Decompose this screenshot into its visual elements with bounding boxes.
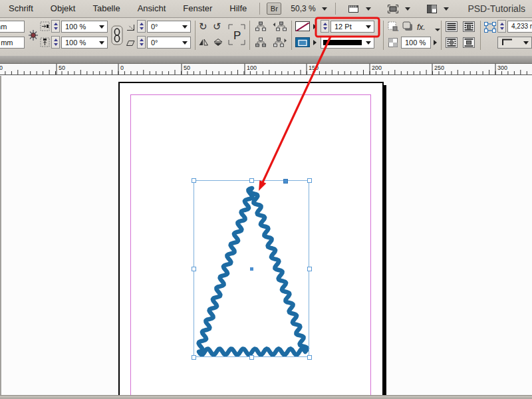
panel-divider bbox=[249, 21, 250, 50]
rotation-stepper[interactable] bbox=[137, 20, 146, 33]
selection-handle[interactable] bbox=[249, 355, 254, 360]
horizontal-ruler[interactable]: 050050100150200250300 bbox=[0, 64, 532, 75]
selection-handle[interactable] bbox=[307, 267, 312, 271]
svg-text:,: , bbox=[397, 25, 399, 32]
screen-mode-button[interactable] bbox=[387, 4, 410, 14]
stroke-swatch-blue[interactable] bbox=[295, 37, 310, 47]
selection-handle[interactable] bbox=[192, 355, 196, 360]
bridge-button[interactable]: Br bbox=[267, 3, 281, 15]
height-field[interactable]: 7 mm bbox=[0, 37, 25, 49]
menubar-divider bbox=[335, 3, 336, 15]
selection-handle[interactable] bbox=[249, 178, 254, 183]
menu-fenster[interactable]: Fenster bbox=[174, 0, 221, 17]
wrap-bounding-box-icon[interactable] bbox=[463, 21, 475, 32]
zoom-level-value: 50,3 % bbox=[291, 4, 315, 13]
stroke-weight-field[interactable]: 12 Pt bbox=[331, 21, 374, 33]
rotate-90-cw-icon[interactable]: ↻ bbox=[199, 21, 207, 33]
selection-handle[interactable] bbox=[192, 267, 196, 271]
opacity-options-arrow[interactable] bbox=[434, 40, 437, 45]
flip-horizontal-icon[interactable] bbox=[198, 38, 209, 47]
svg-text:0: 0 bbox=[0, 65, 3, 71]
corner-radius-stepper[interactable] bbox=[497, 20, 506, 33]
shear-angle-field[interactable]: 0° bbox=[147, 37, 191, 49]
menu-bar: Schrift Objekt Tabelle Ansicht Fenster H… bbox=[0, 0, 532, 18]
indesign-window: Schrift Objekt Tabelle Ansicht Fenster H… bbox=[0, 0, 532, 399]
rotate-90-ccw-icon[interactable]: ↺ bbox=[213, 21, 221, 33]
select-next-object-icon[interactable] bbox=[272, 37, 287, 47]
fill-swatch-none[interactable] bbox=[295, 21, 310, 31]
select-content-icon[interactable] bbox=[255, 37, 267, 47]
corner-radius-field[interactable]: 4,233 mm bbox=[507, 21, 532, 33]
jump-object-icon[interactable] bbox=[463, 37, 475, 48]
width-field[interactable]: mm bbox=[0, 21, 25, 33]
selected-anchor-point[interactable] bbox=[283, 179, 288, 184]
stroke-weight-stepper[interactable] bbox=[321, 20, 329, 33]
bottom-scroll-strip[interactable] bbox=[0, 395, 532, 399]
menubar-divider bbox=[259, 3, 260, 15]
shear-stepper[interactable] bbox=[137, 36, 146, 49]
corner-radius-value: 4,233 mm bbox=[511, 23, 532, 30]
scale-x-field[interactable]: 100 % bbox=[61, 21, 108, 33]
chevron-down-icon bbox=[366, 41, 371, 45]
fill-options-arrow[interactable] bbox=[313, 24, 317, 29]
drop-shadow-icon[interactable] bbox=[402, 21, 414, 32]
height-value: 7 mm bbox=[0, 39, 13, 47]
arrange-documents-button[interactable] bbox=[426, 4, 449, 14]
view-options-button[interactable] bbox=[348, 4, 371, 14]
select-container-icon[interactable] bbox=[255, 21, 267, 31]
chevron-down-icon bbox=[99, 41, 104, 45]
panel-divider bbox=[480, 21, 481, 50]
svg-text:50: 50 bbox=[184, 65, 190, 71]
solid-stroke-preview bbox=[323, 37, 363, 48]
rotation-angle-field[interactable]: 0° bbox=[147, 21, 191, 33]
scale-x-stepper[interactable] bbox=[51, 20, 60, 33]
stroke-type-dropdown[interactable] bbox=[321, 37, 374, 49]
scale-y-value: 100 % bbox=[65, 39, 86, 47]
selection-center-point[interactable] bbox=[250, 267, 253, 271]
menu-tabelle[interactable]: Tabelle bbox=[84, 0, 128, 17]
view-options-icon bbox=[348, 4, 360, 14]
wrap-object-shape-icon[interactable] bbox=[446, 37, 458, 48]
chevron-down-icon bbox=[182, 25, 188, 29]
brand-label: PSD-Tutorials bbox=[467, 3, 525, 14]
scale-y-stepper[interactable] bbox=[51, 36, 60, 49]
ruler-ticks: 050050100150200250300 bbox=[0, 64, 532, 74]
chevron-down-icon bbox=[444, 7, 449, 11]
effects-fx-button[interactable]: fx. bbox=[417, 23, 426, 32]
object-style-icon[interactable]: , bbox=[388, 21, 400, 32]
width-value: mm bbox=[0, 23, 7, 31]
none-diagonal-icon bbox=[296, 23, 309, 31]
zoom-level-dropdown[interactable]: 50,3 % bbox=[291, 4, 327, 13]
rotate-container-p-icon: P bbox=[228, 24, 245, 45]
corner-shape-dropdown[interactable] bbox=[497, 37, 532, 49]
link-scale-icon[interactable] bbox=[111, 25, 123, 45]
no-text-wrap-icon[interactable] bbox=[446, 21, 458, 32]
selection-handle[interactable] bbox=[192, 178, 196, 183]
scale-x-icon bbox=[40, 21, 50, 31]
selection-handle[interactable] bbox=[307, 355, 312, 360]
document-canvas[interactable] bbox=[0, 76, 532, 395]
frame-corner-icon bbox=[484, 22, 496, 33]
selection-handle[interactable] bbox=[307, 178, 312, 183]
select-prev-object-icon[interactable] bbox=[272, 21, 287, 31]
stroke-options-arrow[interactable] bbox=[313, 40, 317, 45]
menu-schrift[interactable]: Schrift bbox=[0, 0, 42, 17]
control-panel: mm 7 mm 100 % 100 % bbox=[0, 18, 532, 56]
opacity-field[interactable]: 100 % bbox=[401, 37, 431, 49]
menu-ansicht[interactable]: Ansicht bbox=[129, 0, 175, 17]
shear-value: 0° bbox=[151, 39, 158, 47]
svg-text:P: P bbox=[233, 29, 241, 42]
constrain-dimensions-icon[interactable] bbox=[28, 29, 39, 41]
menu-hilfe[interactable]: Hilfe bbox=[221, 0, 255, 17]
stroke-swatch-inner bbox=[296, 39, 309, 47]
screen-mode-icon bbox=[387, 4, 399, 14]
stroke-weight-value: 12 Pt bbox=[334, 23, 352, 31]
svg-text:150: 150 bbox=[309, 65, 319, 71]
menu-objekt[interactable]: Objekt bbox=[42, 0, 84, 17]
scale-x-value: 100 % bbox=[65, 23, 86, 31]
panel-divider bbox=[195, 21, 196, 50]
chevron-down-icon bbox=[523, 41, 529, 45]
scale-y-field[interactable]: 100 % bbox=[61, 37, 108, 49]
flip-vertical-icon[interactable] bbox=[213, 38, 223, 47]
panel-divider bbox=[441, 21, 442, 50]
